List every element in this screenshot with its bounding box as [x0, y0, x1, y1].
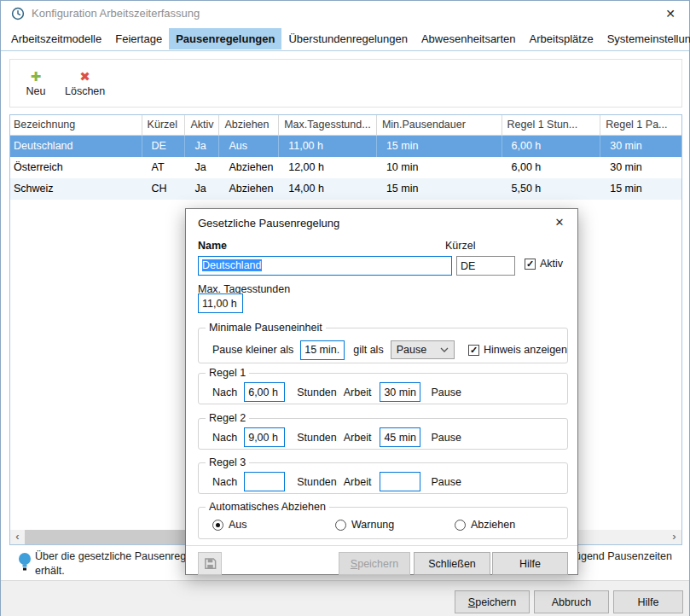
plus-icon: ✚	[31, 69, 42, 84]
info-text-line2: erhält.	[35, 565, 65, 577]
save-icon-button[interactable]	[198, 552, 222, 575]
regel-3-group: Regel 3 Nach Stunden Arbeit Pause	[198, 462, 568, 494]
radio-button-icon	[212, 520, 223, 531]
column-header-aktiv[interactable]: Aktiv	[185, 115, 219, 135]
save-button[interactable]: Speichern	[455, 590, 530, 613]
help-button[interactable]: Hilfe	[613, 590, 683, 613]
cancel-button[interactable]: Abbruch	[534, 590, 609, 613]
tab-systemeinstellungen[interactable]: Systemeinstellungen	[600, 28, 690, 49]
column-header-abziehen[interactable]: Abziehen	[219, 115, 279, 135]
radio-abziehen[interactable]: Abziehen	[455, 519, 515, 531]
table-row-deutschland[interactable]: Deutschland DE Ja Aus 11,00 h 15 min 6,0…	[10, 136, 681, 157]
column-header-regel1-stunden[interactable]: Regel 1 Stun...	[502, 115, 601, 135]
pause-kleiner-als-label: Pause kleiner als	[212, 344, 293, 356]
checkmark-icon: ✓	[468, 345, 479, 356]
toolbar: ✚ Neu ✖ Löschen	[9, 59, 682, 108]
regel-2-stunden-input[interactable]	[244, 427, 285, 447]
radio-button-icon	[335, 520, 346, 531]
table-row-schweiz[interactable]: Schweiz CH Ja Abziehen 14,00 h 15 min 5,…	[10, 178, 681, 200]
aktiv-checkbox[interactable]: ✓ Aktiv	[525, 258, 563, 270]
radio-warnung[interactable]: Warnung	[335, 519, 394, 531]
gilt-als-label: gilt als	[353, 344, 383, 356]
radio-button-icon	[455, 520, 466, 531]
min-pause-input[interactable]	[300, 340, 345, 360]
tab-feiertage[interactable]: Feiertage	[108, 28, 169, 49]
column-header-regel1-pause[interactable]: Regel 1 Pa...	[600, 115, 681, 135]
scroll-left-icon[interactable]: ‹	[10, 530, 25, 544]
dialog-save-button[interactable]: Speichern	[339, 552, 410, 575]
dialog-title: Gesetzliche Pausenregelung	[198, 217, 339, 230]
tab-arbeitsplaetze[interactable]: Arbeitsplätze	[523, 28, 600, 49]
info-text-line1-left: Über die gesetzliche Pausenregel	[35, 550, 194, 562]
delete-icon: ✖	[79, 69, 90, 84]
window-title: Konfiguration Arbeitszeiterfassung	[32, 7, 200, 20]
kuerzel-label: Kürzel	[445, 240, 475, 252]
floppy-disk-icon	[204, 557, 217, 570]
lightbulb-icon	[18, 551, 32, 573]
column-header-kuerzel[interactable]: Kürzel	[142, 115, 186, 135]
tab-pausenregelungen[interactable]: Pausenregelungen	[169, 28, 281, 49]
dialog-close-icon[interactable]: ✕	[552, 215, 567, 230]
gesetzliche-pausenregelung-dialog: Gesetzliche Pausenregelung ✕ Name Kürzel…	[185, 208, 578, 575]
info-text-line1-right: ügend Pausenzeiten	[575, 550, 672, 562]
dialog-close-button[interactable]: Schließen	[414, 552, 490, 575]
table-row-oesterreich[interactable]: Österreich AT Ja Abziehen 12,00 h 10 min…	[10, 157, 681, 178]
dialog-help-button[interactable]: Hilfe	[492, 552, 568, 575]
new-button[interactable]: ✚ Neu	[17, 66, 55, 101]
max-tagesstunden-input[interactable]	[198, 293, 243, 313]
footer-bar: Speichern Abbruch Hilfe	[1, 580, 689, 616]
tab-bar: Arbeitszeitmodelle Feiertage Pausenregel…	[1, 26, 689, 51]
window-close-icon[interactable]: ✕	[662, 6, 679, 21]
regel-1-pause-input[interactable]	[380, 382, 420, 402]
tab-ueberstundenregelungen[interactable]: Überstundenregelungen	[281, 28, 415, 49]
name-label: Name	[198, 240, 227, 252]
column-header-min-pausendauer[interactable]: Min.Pausendauer	[377, 115, 502, 135]
regel-3-pause-input[interactable]	[380, 472, 420, 491]
chevron-down-icon	[440, 347, 449, 352]
gilt-als-select[interactable]: Pause	[391, 340, 455, 359]
regel-2-group: Regel 2 Nach Stunden Arbeit Pause	[198, 418, 568, 450]
regel-3-stunden-input[interactable]	[244, 472, 285, 491]
minimale-pauseneinheit-group: Minimale Pauseneinheit Pause kleiner als…	[198, 328, 568, 363]
main-window: Konfiguration Arbeitszeiterfassung ✕ Arb…	[0, 0, 690, 616]
regel-1-stunden-input[interactable]	[244, 382, 285, 402]
titlebar: Konfiguration Arbeitszeiterfassung ✕	[1, 1, 689, 26]
delete-button[interactable]: ✖ Löschen	[60, 66, 110, 101]
table-header: Bezeichnung Kürzel Aktiv Abziehen Max.Ta…	[10, 115, 681, 136]
column-header-bezeichnung[interactable]: Bezeichnung	[10, 115, 142, 135]
regel-1-group: Regel 1 Nach Stunden Arbeit Pause	[198, 373, 568, 404]
dialog-separator	[186, 545, 577, 546]
clock-icon	[11, 7, 25, 20]
automatisches-abziehen-group: Automatisches Abziehen Aus Warnung Abzie…	[198, 507, 568, 539]
tab-abwesenheitsarten[interactable]: Abwesenheitsarten	[415, 28, 523, 49]
column-header-max-tagesstunden[interactable]: Max.Tagesstund...	[279, 115, 377, 135]
kuerzel-input[interactable]	[456, 256, 515, 276]
checkmark-icon: ✓	[525, 259, 536, 270]
tab-arbeitszeitmodelle[interactable]: Arbeitszeitmodelle	[4, 28, 108, 49]
regel-2-pause-input[interactable]	[380, 427, 420, 447]
scroll-right-icon[interactable]: ›	[667, 530, 681, 544]
name-input[interactable]: Deutschland	[198, 256, 452, 276]
hinweis-anzeigen-checkbox[interactable]: ✓ Hinweis anzeigen	[468, 344, 567, 356]
radio-aus[interactable]: Aus	[212, 519, 247, 531]
